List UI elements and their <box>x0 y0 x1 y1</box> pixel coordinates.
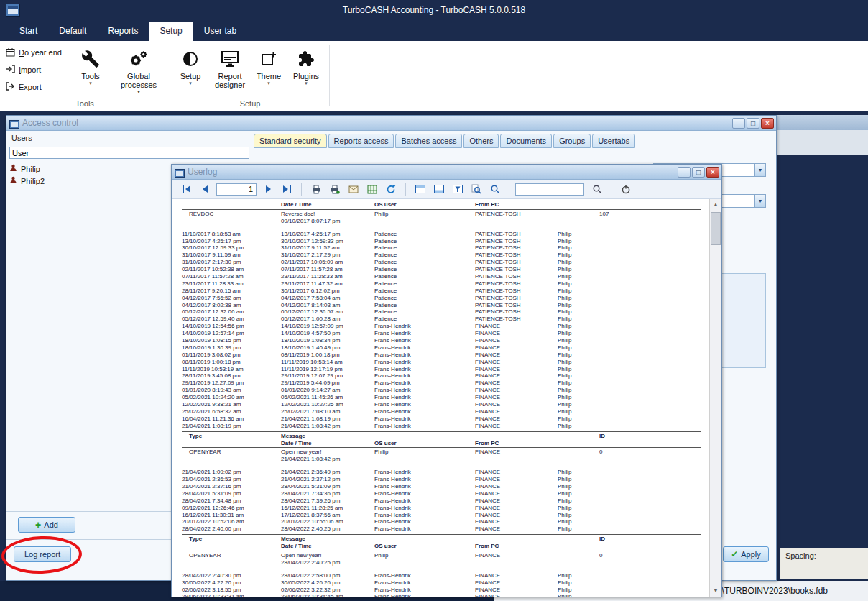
zoom-icon[interactable] <box>486 181 504 197</box>
refresh-icon[interactable] <box>382 181 400 197</box>
log-user: Philip <box>558 259 572 266</box>
search-button[interactable] <box>588 181 606 197</box>
userlog-titlebar[interactable]: Userlog – □ × <box>172 165 721 180</box>
chevron-down-icon: ▾ <box>305 81 308 86</box>
security-tab[interactable]: Usertabs <box>592 134 635 148</box>
log-row: 12/02/2021 9:38:21 am 12/02/2021 10:27:2… <box>182 401 709 408</box>
rule <box>182 534 701 535</box>
log-os-user: Frans-Hendrik <box>374 352 411 359</box>
rule <box>182 551 701 551</box>
export-label: Export <box>19 83 42 91</box>
log-os-user: Frans-Hendrik <box>374 469 411 476</box>
log-os-user: Patience <box>374 280 397 288</box>
header-os-user: OS user <box>374 440 397 447</box>
access-control-minimize-button[interactable]: – <box>732 118 745 129</box>
log-row: 30/10/2017 12:59:33 pm 31/10/2017 9:11:5… <box>182 244 709 252</box>
log-from-pc: FINANCE <box>475 469 500 476</box>
prev-page-button[interactable] <box>196 181 213 197</box>
excel-export-icon[interactable] <box>364 181 381 197</box>
ribbon-tab[interactable]: User tab <box>193 22 247 41</box>
gears-icon <box>129 48 149 70</box>
log-user: Philip <box>558 244 572 252</box>
log-row: 08/11/2019 1:00:18 pm 11/11/2019 10:53:1… <box>182 359 709 366</box>
last-page-button[interactable] <box>278 181 295 197</box>
user-filter-input[interactable] <box>9 147 249 159</box>
tools-button[interactable]: Tools ▾ <box>73 42 108 98</box>
email-icon[interactable] <box>345 181 362 197</box>
log-from-pc: PATIENCE-TOSH <box>475 302 521 309</box>
log-start: 11/11/2019 10:53:19 am <box>182 366 244 373</box>
scrollbar-thumb[interactable] <box>711 212 721 245</box>
log-start: 30/10/2017 12:59:33 pm <box>182 244 244 252</box>
power-button[interactable] <box>617 181 634 197</box>
log-user: Philip <box>558 526 572 533</box>
filter-icon[interactable] <box>449 181 466 197</box>
security-tab[interactable]: Groups <box>553 134 591 148</box>
global-processes-button[interactable]: Global processes ▾ <box>111 42 167 98</box>
security-tab[interactable]: Standard security <box>254 134 327 148</box>
log-from-pc: FINANCE <box>475 579 500 587</box>
chevron-down-icon[interactable]: ▾ <box>754 164 765 176</box>
dock-top-view-icon[interactable] <box>412 181 429 197</box>
access-control-close-button[interactable]: × <box>761 118 774 129</box>
ribbon-tab-bar: StartDefaultReportsSetupUser tab <box>0 22 868 41</box>
log-row: 07/11/2017 11:57:28 am 23/11/2017 11:28:… <box>182 273 709 280</box>
print-icon[interactable] <box>308 181 325 197</box>
scroll-up-arrow[interactable]: ▲ <box>710 199 721 211</box>
log-row: 11/10/2017 8:18:53 am 13/10/2017 4:25:17… <box>182 231 709 238</box>
apply-button-label: Apply <box>741 550 761 559</box>
apply-button[interactable]: ✓ Apply <box>723 546 769 562</box>
ribbon-tab[interactable]: Start <box>9 22 48 41</box>
header-os-user: OS user <box>374 543 397 550</box>
access-control-titlebar[interactable]: Access control – □ × <box>6 116 776 131</box>
log-row: 25/02/2021 6:58:32 am 25/02/2021 7:08:10… <box>182 408 709 416</box>
log-start: 07/11/2017 11:57:28 am <box>182 273 244 280</box>
log-start: 21/04/2021 2:36:53 pm <box>182 476 241 483</box>
access-control-maximize-button[interactable]: □ <box>747 118 760 129</box>
dock-bottom-view-icon[interactable] <box>430 181 448 197</box>
log-start: 29/06/2022 10:33:31 am <box>182 593 244 597</box>
zoom-page-icon[interactable] <box>468 181 485 197</box>
search-input[interactable] <box>515 183 584 196</box>
import-button[interactable]: Import <box>6 64 41 75</box>
log-report-button[interactable]: Log report <box>14 546 71 562</box>
security-tab[interactable]: Batches access <box>395 134 462 148</box>
userlog-maximize-button[interactable]: □ <box>692 167 705 178</box>
ribbon-tab[interactable]: Setup <box>149 22 193 41</box>
print-setup-icon[interactable] <box>326 181 343 197</box>
section-header-row: Date / Time OS user From PC <box>182 543 709 550</box>
report-designer-button[interactable]: Report designer <box>210 42 250 98</box>
rule <box>182 431 701 432</box>
ribbon-tab[interactable]: Default <box>48 22 97 41</box>
userlog-close-button[interactable]: × <box>706 167 719 178</box>
log-from-pc: PATIENCE-TOSH <box>475 273 521 280</box>
add-user-button[interactable]: + Add <box>18 517 75 533</box>
chevron-down-icon[interactable]: ▾ <box>754 195 765 207</box>
page-number-input[interactable] <box>216 183 257 196</box>
theme-button[interactable]: Theme ▾ <box>253 42 285 98</box>
log-user: Philip <box>558 288 572 295</box>
window-icon <box>175 168 185 180</box>
first-page-button[interactable] <box>177 181 195 197</box>
log-user: Philip <box>558 266 572 273</box>
next-page-button[interactable] <box>259 181 277 197</box>
background-window-spacing-fragment: Spacing: <box>780 548 868 579</box>
vertical-scrollbar[interactable]: ▲ ▼ <box>709 199 721 597</box>
ribbon-tab[interactable]: Reports <box>97 22 149 41</box>
setup-group-label: Setup <box>171 99 329 108</box>
security-tab[interactable]: Reports access <box>328 134 394 148</box>
do-year-end-button[interactable]: Do year end <box>6 47 62 58</box>
userlog-minimize-button[interactable]: – <box>678 167 691 178</box>
security-tab[interactable]: Documents <box>500 134 552 148</box>
security-tab[interactable]: Others <box>463 134 499 148</box>
chevron-down-icon: ▾ <box>267 81 270 86</box>
log-from-pc: FINANCE <box>475 483 500 490</box>
plugins-button[interactable]: Plugins ▾ <box>287 42 325 98</box>
log-from-pc: FINANCE <box>475 337 500 344</box>
scroll-down-arrow[interactable]: ▼ <box>710 585 721 597</box>
window-icon <box>9 119 19 132</box>
log-end: 14/10/2019 12:57:09 pm <box>281 323 343 330</box>
setup-button[interactable]: Setup ▾ <box>174 42 207 98</box>
export-button[interactable]: Export <box>6 81 42 93</box>
user-name: Philip2 <box>21 177 45 185</box>
